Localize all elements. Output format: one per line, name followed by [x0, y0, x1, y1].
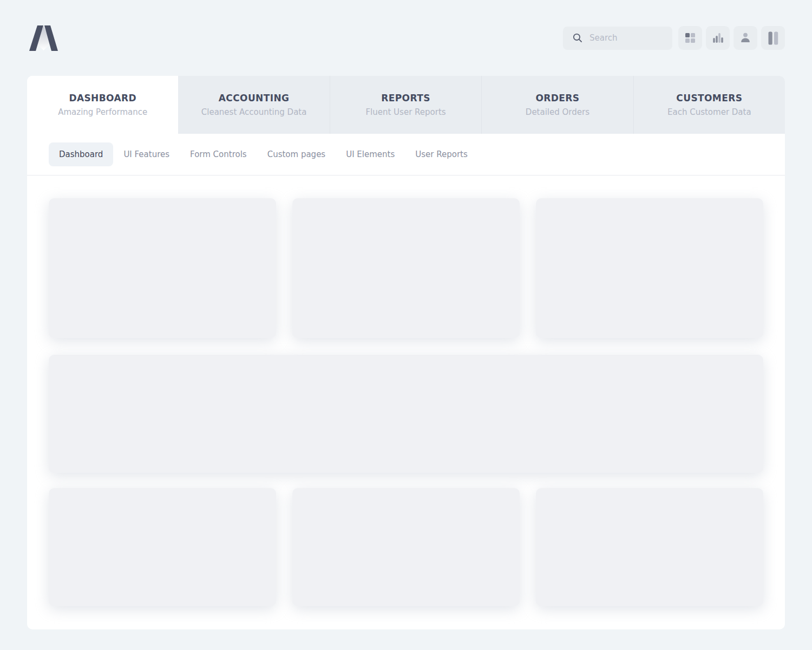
- subnav-item-ui-features[interactable]: UI Features: [113, 142, 180, 166]
- subnav-item-user-reports[interactable]: User Reports: [405, 142, 478, 166]
- tab-subtitle: Cleanest Accounting Data: [201, 107, 307, 117]
- placeholder-card: [49, 488, 276, 606]
- search-input[interactable]: [590, 33, 660, 43]
- placeholder-card: [49, 198, 276, 338]
- subnav-item-custom-pages[interactable]: Custom pages: [257, 142, 336, 166]
- tab-subtitle: Each Customer Data: [667, 107, 751, 117]
- main-card: DASHBOARD Amazing Performance ACCOUNTING…: [27, 76, 785, 629]
- tab-title: DASHBOARD: [69, 93, 136, 103]
- bar-chart-icon: [712, 32, 724, 44]
- tab-subtitle: Detailed Orders: [526, 107, 590, 117]
- top-actions: [563, 26, 785, 50]
- brand-logo[interactable]: [27, 25, 58, 51]
- tab-dashboard[interactable]: DASHBOARD Amazing Performance: [27, 76, 178, 134]
- columns-icon: [768, 31, 778, 45]
- grid-view-button[interactable]: [678, 26, 702, 50]
- dashboard-content: [27, 176, 785, 630]
- layout-columns-button[interactable]: [761, 26, 785, 50]
- placeholder-card: [292, 198, 520, 338]
- placeholder-card-wide: [49, 355, 763, 473]
- grid-icon: [685, 33, 695, 43]
- tab-title: CUSTOMERS: [676, 93, 742, 103]
- user-icon: [739, 32, 751, 44]
- tab-customers[interactable]: CUSTOMERS Each Customer Data: [634, 76, 785, 134]
- analytics-button[interactable]: [706, 26, 730, 50]
- subnav-item-ui-elements[interactable]: UI Elements: [336, 142, 405, 166]
- top-bar: [0, 0, 812, 76]
- placeholder-card: [292, 488, 520, 606]
- tab-accounting[interactable]: ACCOUNTING Cleanest Accounting Data: [178, 76, 330, 134]
- main-tabs: DASHBOARD Amazing Performance ACCOUNTING…: [27, 76, 785, 134]
- tab-title: ACCOUNTING: [219, 93, 290, 103]
- tab-title: REPORTS: [381, 93, 430, 103]
- profile-button[interactable]: [734, 26, 757, 50]
- tab-reports[interactable]: REPORTS Fluent User Reports: [330, 76, 482, 134]
- brand-m-logo-icon: [27, 25, 58, 51]
- placeholder-row-top: [49, 198, 763, 338]
- placeholder-card: [536, 198, 763, 338]
- subnav-item-form-controls[interactable]: Form Controls: [180, 142, 257, 166]
- placeholder-row-bottom: [49, 488, 763, 606]
- subnav-item-dashboard[interactable]: Dashboard: [49, 142, 113, 166]
- tab-orders[interactable]: ORDERS Detailed Orders: [482, 76, 633, 134]
- placeholder-card: [536, 488, 763, 606]
- tab-title: ORDERS: [535, 93, 579, 103]
- search-box[interactable]: [563, 27, 672, 50]
- sub-navigation: Dashboard UI Features Form Controls Cust…: [27, 134, 785, 176]
- tab-subtitle: Fluent User Reports: [365, 107, 446, 117]
- tab-subtitle: Amazing Performance: [58, 107, 147, 117]
- search-icon: [573, 33, 582, 43]
